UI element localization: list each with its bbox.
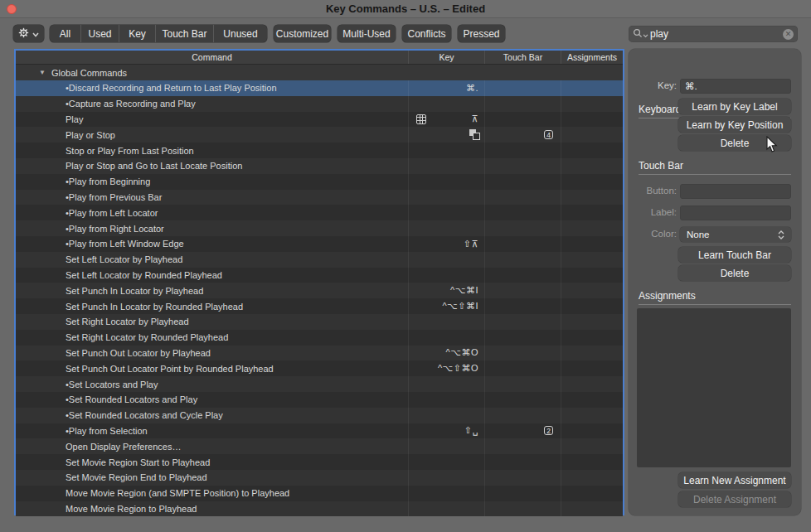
stepper-chevrons-icon (778, 230, 784, 239)
table-row[interactable]: Open Display Preferences… (16, 438, 623, 454)
group-label: Global Commands (51, 68, 127, 78)
command-label: •Set Rounded Locators and Cycle Play (66, 410, 223, 420)
table-header: CommandKeyTouch BarAssignments (16, 51, 623, 65)
keyboard-delete-button[interactable]: Delete (678, 135, 791, 151)
table-row[interactable]: •Set Locators and Play (16, 376, 623, 392)
command-label: •Discard Recording and Return to Last Pl… (66, 83, 277, 93)
key-shortcut-label: ^⌥⇧⌘O (438, 363, 478, 374)
command-label: Set Punch Out Locator Point by Rounded P… (66, 364, 274, 374)
chevron-down-icon (32, 28, 39, 40)
command-label: Set Movie Region End to Playhead (66, 472, 207, 482)
table-row[interactable]: •Play from Left Window Edge⇧⊼ (16, 236, 623, 252)
inspector-panel: Keyboard Key: ⌘. Learn by Key Label Lear… (629, 49, 801, 515)
search-icon (633, 27, 643, 41)
table-row[interactable]: •Set Rounded Locators and Cycle Play (16, 408, 623, 423)
learn-by-key-label-button[interactable]: Learn by Key Label (678, 99, 791, 114)
command-label: •Set Locators and Play (66, 380, 158, 389)
search-scope-chevron-icon[interactable] (643, 27, 648, 41)
key-commands-window: Key Commands – U.S. – Edited AllUsedKeyT… (0, 0, 811, 532)
touch-bar-section-title: Touch Bar (639, 160, 683, 172)
table-row[interactable]: Move Movie Region to Playhead (16, 501, 623, 517)
delete-assignment-button[interactable]: Delete Assignment (678, 491, 791, 507)
table-row[interactable]: •Play from Previous Bar (16, 190, 623, 206)
command-label: Move Movie Region (and SMPTE Position) t… (66, 488, 289, 498)
filter-button-pressed[interactable]: Pressed (458, 25, 505, 42)
disclosure-triangle-icon[interactable]: ▼ (39, 69, 46, 76)
learn-touch-bar-button[interactable]: Learn Touch Bar (678, 247, 791, 263)
table-row[interactable]: Set Punch In Locator by Rounded Playhead… (16, 298, 623, 314)
filter-button-customized[interactable]: Customized (274, 25, 331, 42)
action-menu-button[interactable] (13, 25, 44, 42)
filter-button-conflicts[interactable]: Conflicts (402, 25, 451, 42)
table-row[interactable]: Stop or Play From Last Position (16, 143, 623, 158)
button-field-label: Button: (635, 186, 677, 196)
keyboard-section-title: Keyboard (639, 104, 681, 115)
search-input[interactable]: play ✕ (629, 26, 798, 42)
table-row[interactable]: •Capture as Recording and Play (16, 96, 623, 112)
command-label: Set Punch In Locator by Rounded Playhead (66, 302, 243, 312)
command-label: Play or Stop (66, 130, 115, 140)
table-row[interactable]: •Discard Recording and Return to Last Pl… (16, 80, 623, 96)
filter-button-multi-used[interactable]: Multi-Used (338, 25, 396, 42)
command-label: •Play from Left Window Edge (66, 239, 184, 249)
touch-bar-delete-button[interactable]: Delete (678, 265, 791, 281)
table-row[interactable]: Set Left Locator by Rounded Playhead (16, 268, 623, 283)
table-row[interactable]: Set Punch Out Locator Point by Rounded P… (16, 360, 623, 376)
touch-bar-count-badge: 2 (544, 426, 553, 435)
table-row[interactable]: •Set Rounded Locators and Play (16, 392, 623, 408)
command-table: CommandKeyTouch BarAssignments ▼ Global … (14, 49, 624, 515)
column-header-assignments[interactable]: Assignments (561, 51, 623, 64)
table-row[interactable]: Set Movie Region Start to Playhead (16, 454, 623, 470)
column-header-key[interactable]: Key (408, 51, 484, 64)
table-row[interactable]: Play⊼ (16, 112, 623, 128)
table-row[interactable]: •Play from Selection⇧␣2 (16, 423, 623, 439)
keypad-icon (416, 114, 426, 124)
key-shortcut-label: ⇧␣ (464, 425, 478, 436)
multiple-assignments-icon (469, 129, 480, 140)
table-row[interactable]: Play or Stop and Go to Last Locate Posit… (16, 158, 623, 174)
filter-segment-unused[interactable]: Unused (213, 25, 267, 42)
filter-segment-used[interactable]: Used (80, 25, 119, 42)
key-field-label: Key: (635, 80, 677, 90)
table-row[interactable]: Move Movie Region (and SMPTE Position) t… (16, 486, 623, 501)
learn-by-key-position-button[interactable]: Learn by Key Position (678, 117, 791, 133)
command-label: Set Punch Out Locator by Playhead (66, 348, 211, 358)
learn-new-assignment-button[interactable]: Learn New Assignment (678, 472, 791, 488)
command-label: Set Movie Region Start to Playhead (66, 457, 210, 467)
color-field-label: Color: (635, 229, 677, 239)
table-row[interactable]: •Play from Right Locator (16, 220, 623, 236)
table-row[interactable]: Set Right Locator by Playhead (16, 314, 623, 330)
touch-bar-label-field[interactable] (680, 206, 791, 220)
assignments-section-title: Assignments (639, 290, 696, 302)
table-row[interactable]: •Play from Left Locator (16, 205, 623, 220)
table-row[interactable]: Set Left Locator by Playhead (16, 252, 623, 268)
table-row[interactable]: Set Right Locator by Rounded Playhead (16, 330, 623, 346)
color-dropdown[interactable]: None (680, 227, 791, 242)
column-header-command[interactable]: Command (16, 51, 408, 64)
filter-segment-touch-bar[interactable]: Touch Bar (155, 25, 213, 42)
key-field[interactable]: ⌘. (680, 79, 791, 94)
touch-bar-button-field[interactable] (680, 184, 791, 199)
filter-segment-all[interactable]: All (50, 25, 80, 42)
command-label: Set Left Locator by Rounded Playhead (66, 270, 222, 280)
table-row[interactable]: Set Punch In Locator by Playhead^⌥⌘I (16, 283, 623, 298)
table-row[interactable]: Play or Stop␣4 (16, 127, 623, 143)
column-header-touch-bar[interactable]: Touch Bar (484, 51, 561, 64)
table-row[interactable]: Set Punch Out Locator by Playhead^⌥⌘O (16, 346, 623, 361)
command-label: •Play from Previous Bar (66, 192, 162, 202)
divider (639, 174, 791, 175)
command-label: Open Display Preferences… (66, 442, 181, 452)
key-shortcut-label: ^⌥⇧⌘I (442, 301, 478, 312)
key-shortcut-label: ^⌥⌘O (446, 347, 478, 358)
table-row[interactable]: Set Movie Region End to Playhead (16, 470, 623, 486)
command-label: Play or Stop and Go to Last Locate Posit… (66, 161, 242, 171)
command-label: •Capture as Recording and Play (66, 99, 196, 109)
assignments-list[interactable] (637, 308, 791, 467)
group-row-global-commands[interactable]: ▼ Global Commands (16, 65, 623, 80)
key-shortcut-label: ⌘. (466, 83, 478, 94)
command-label: Set Punch In Locator by Playhead (66, 286, 203, 296)
color-dropdown-value: None (687, 230, 710, 239)
filter-segment-key[interactable]: Key (119, 25, 155, 42)
clear-search-icon[interactable]: ✕ (783, 29, 794, 40)
table-row[interactable]: •Play from Beginning (16, 174, 623, 190)
